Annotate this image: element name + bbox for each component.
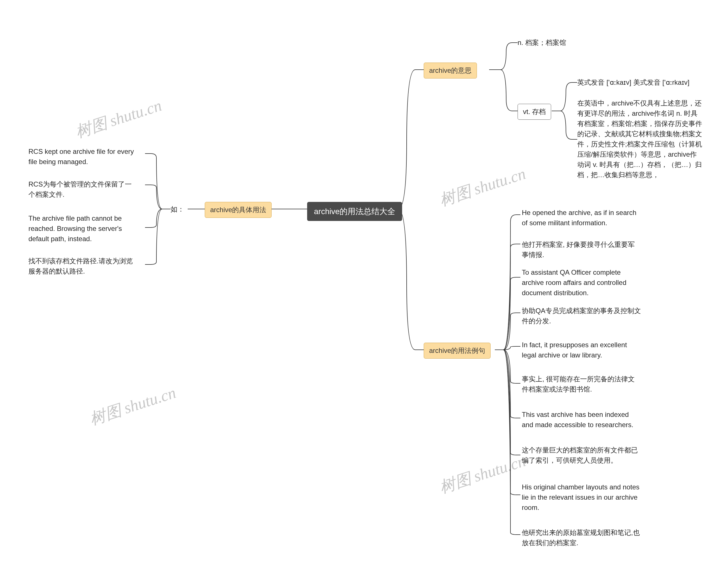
sentence-5: 事实上, 很可能存在一所完备的法律文件档案室或法学图书馆. — [522, 374, 641, 395]
watermark: 树图 shutu.cn — [87, 382, 179, 430]
watermark: 树图 shutu.cn — [73, 95, 164, 143]
sentence-0: He opened the archive, as if in search o… — [522, 208, 641, 228]
sentence-9: 他研究出来的原始墓室规划图和笔记,也放在我们的档案室. — [522, 528, 641, 548]
usage-ex-0: RCS kept one archive file for every file… — [28, 146, 137, 167]
sentence-8: His original chamber layouts and notes l… — [522, 482, 641, 513]
meaning-noun: n. 档案；档案馆 — [518, 38, 566, 48]
sentence-7: 这个存量巨大的档案室的所有文件都已编了索引，可供研究人员使用。 — [522, 445, 641, 466]
sentence-4: In fact, it presupposes an excellent leg… — [522, 340, 641, 360]
usage-ex-2: The archive file path cannot be reached.… — [28, 213, 137, 244]
meaning-label: archive的意思 — [429, 67, 472, 74]
sentences-label: archive的用法例句 — [429, 347, 485, 354]
verb-pron: 英式发音 ['ɑːkaɪv] 美式发音 ['ɑːrkaɪv] — [577, 77, 690, 88]
verb-label: vt. 存档 — [523, 108, 546, 115]
usage-intro: 如： — [171, 204, 184, 214]
watermark: 树图 shutu.cn — [437, 450, 528, 498]
verb-explain: 在英语中，archive不仅具有上述意思，还有更详尽的用法，archive作名词… — [577, 98, 702, 180]
sentence-6: This vast archive has been indexed and m… — [522, 409, 641, 430]
sentences-branch[interactable]: archive的用法例句 — [424, 343, 490, 359]
root-node[interactable]: archive的用法总结大全 — [307, 202, 402, 221]
root-label: archive的用法总结大全 — [314, 207, 395, 216]
usage-ex-1: RCS为每个被管理的文件保留了一个档案文件. — [28, 179, 137, 200]
sentence-3: 协助QA专员完成档案室的事务及控制文件的分发. — [522, 306, 641, 326]
usage-label: archive的具体用法 — [210, 206, 266, 213]
usage-branch[interactable]: archive的具体用法 — [205, 202, 272, 218]
verb-subnode[interactable]: vt. 存档 — [518, 104, 551, 120]
sentence-2: To assistant QA Officer complete archive… — [522, 267, 641, 298]
watermark: 树图 shutu.cn — [437, 163, 528, 211]
usage-ex-3: 找不到该存档文件路径.请改为浏览服务器的默认路径. — [28, 256, 137, 276]
mindmap-canvas: archive的用法总结大全 archive的意思 n. 档案；档案馆 vt. … — [0, 0, 728, 575]
meaning-branch[interactable]: archive的意思 — [424, 63, 477, 78]
sentence-1: 他打开档案室, 好像要搜寻什么重要军事情报. — [522, 239, 641, 260]
